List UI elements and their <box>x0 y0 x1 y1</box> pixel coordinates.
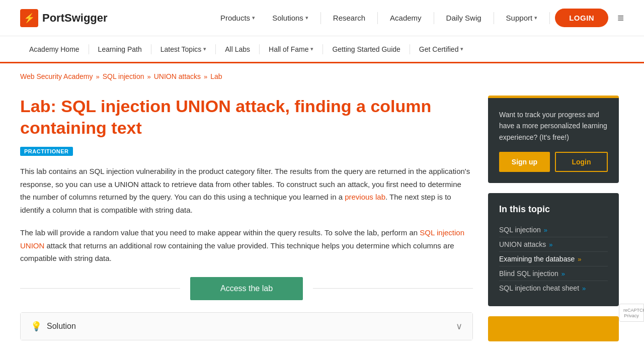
difficulty-badge: PRACTITIONER <box>20 147 73 156</box>
top-navigation: ⚡ PortSwigger Products ▾ Solutions ▾ Res… <box>0 0 644 36</box>
topic-card: In this topic SQL injection » UNION atta… <box>488 193 619 306</box>
breadcrumb-web-security[interactable]: Web Security Academy <box>20 72 93 80</box>
latest-topics-chevron-icon: ▾ <box>203 46 206 52</box>
logo-icon: ⚡ <box>20 9 38 27</box>
lab-access-container: Access the lab <box>20 277 473 300</box>
all-topics-card <box>488 316 619 341</box>
topic-card-title: In this topic <box>499 204 608 215</box>
solution-section: 💡 Solution ∨ <box>20 312 473 340</box>
description-para-1: This lab contains an SQL injection vulne… <box>20 165 473 216</box>
page-title: Lab: SQL injection UNION attack, finding… <box>20 96 473 138</box>
signup-button[interactable]: Sign up <box>499 152 550 172</box>
topic-blind-sql[interactable]: Blind SQL injection » <box>499 266 608 281</box>
lab-divider-right <box>313 288 473 289</box>
topic-sql-injection[interactable]: SQL injection » <box>499 223 608 237</box>
sidebar-login-button[interactable]: Login <box>555 152 608 172</box>
sec-nav-academy-home[interactable]: Academy Home <box>20 36 89 63</box>
sec-nav-getting-started[interactable]: Getting Started Guide <box>323 36 409 63</box>
topic-cheat-sheet[interactable]: SQL injection cheat sheet » <box>499 281 608 295</box>
support-chevron-icon: ▾ <box>534 15 537 21</box>
logo-link[interactable]: ⚡ PortSwigger <box>20 9 108 27</box>
nav-solutions[interactable]: Solutions ▾ <box>265 10 315 26</box>
nav-divider-5 <box>549 12 550 24</box>
solution-label: Solution <box>47 322 76 331</box>
sec-nav-latest-topics[interactable]: Latest Topics ▾ <box>151 36 215 63</box>
content-area: Lab: SQL injection UNION attack, finding… <box>20 96 473 341</box>
topic-examining-database[interactable]: Examining the database » <box>499 252 608 266</box>
main-container: Lab: SQL injection UNION attack, finding… <box>0 85 644 361</box>
progress-card: Want to track your progress and have a m… <box>488 96 619 183</box>
sec-nav-hall-of-fame[interactable]: Hall of Fame ▾ <box>260 36 323 63</box>
nav-divider-4 <box>494 12 494 24</box>
nav-divider-2 <box>377 12 378 24</box>
nav-research[interactable]: Research <box>326 10 372 26</box>
solution-chevron-icon: ∨ <box>456 321 462 332</box>
breadcrumb-lab[interactable]: Lab <box>210 72 222 80</box>
topic-arrow-2: » <box>549 241 552 248</box>
nav-products[interactable]: Products ▾ <box>213 10 262 26</box>
login-button[interactable]: LOGIN <box>555 9 608 27</box>
lab-divider-left <box>20 288 180 289</box>
breadcrumb-sep-3: » <box>204 73 207 80</box>
previous-lab-link[interactable]: previous lab <box>345 193 385 201</box>
description-para-2: The lab will provide a random value that… <box>20 226 473 265</box>
sec-nav-get-certified[interactable]: Get Certified ▾ <box>410 36 473 63</box>
access-lab-button[interactable]: Access the lab <box>190 277 303 300</box>
breadcrumb-sep-1: » <box>96 73 99 80</box>
topic-union-attacks[interactable]: UNION attacks » <box>499 237 608 252</box>
sec-nav-learning-path[interactable]: Learning Path <box>89 36 151 63</box>
topic-arrow-4: » <box>561 270 565 278</box>
solution-bulb-icon: 💡 <box>31 321 42 332</box>
breadcrumb-union-attacks[interactable]: UNION attacks <box>154 72 201 80</box>
top-nav-links: Products ▾ Solutions ▾ Research Academy … <box>213 9 624 27</box>
recaptcha-badge: reCAPTCHAPrivacy <box>619 304 644 322</box>
nav-academy[interactable]: Academy <box>383 10 429 26</box>
breadcrumb: Web Security Academy » SQL injection » U… <box>0 63 644 85</box>
hall-of-fame-chevron-icon: ▾ <box>310 46 313 52</box>
topic-arrow-5: » <box>582 285 586 292</box>
solutions-chevron-icon: ▾ <box>305 15 308 21</box>
topic-arrow-1: » <box>544 226 547 234</box>
nav-divider-1 <box>320 12 321 24</box>
nav-daily-swig[interactable]: Daily Swig <box>439 10 489 26</box>
breadcrumb-sql-injection[interactable]: SQL injection <box>103 72 144 80</box>
sidebar: Want to track your progress and have a m… <box>488 96 619 341</box>
sec-nav-all-labs[interactable]: All Labs <box>216 36 259 63</box>
topic-arrow-3: » <box>578 255 581 263</box>
hamburger-icon[interactable]: ≡ <box>617 12 624 25</box>
get-certified-chevron-icon: ▾ <box>460 46 463 52</box>
brand-name: PortSwigger <box>42 12 108 25</box>
promo-text: Want to track your progress and have a m… <box>499 109 608 143</box>
products-chevron-icon: ▾ <box>252 15 255 21</box>
nav-divider-3 <box>434 12 434 24</box>
solution-header[interactable]: 💡 Solution ∨ <box>21 313 472 340</box>
secondary-navigation: Academy Home Learning Path Latest Topics… <box>0 36 644 63</box>
nav-support[interactable]: Support ▾ <box>499 10 545 26</box>
breadcrumb-sep-2: » <box>147 73 150 80</box>
